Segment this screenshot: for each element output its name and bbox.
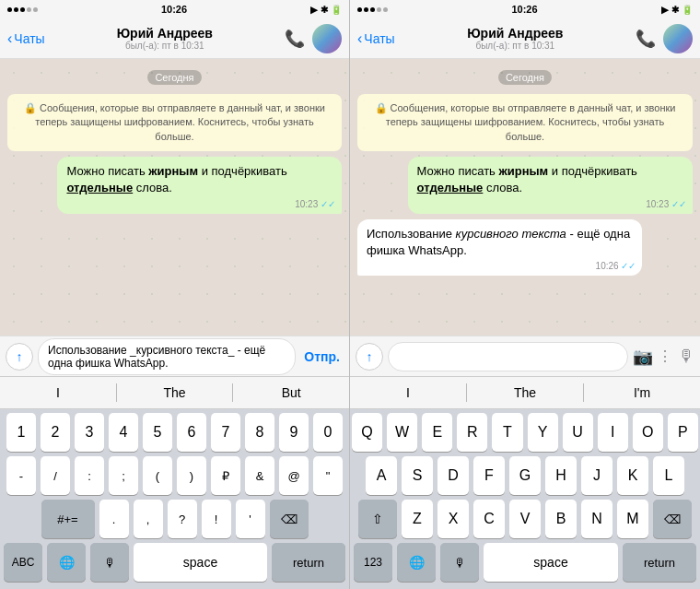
keyboard-left: I The But 1 2 3 4 5 6 7 8 9 0 - / <box>0 376 349 589</box>
phone-icon-left[interactable]: 📞 <box>285 29 305 49</box>
key-abc[interactable]: ABC <box>4 543 42 582</box>
key-quote[interactable]: " <box>313 456 343 495</box>
qkey-space[interactable]: space <box>484 543 618 582</box>
qkey-U[interactable]: U <box>563 413 593 452</box>
qkey-123[interactable]: 123 <box>354 543 392 582</box>
suggestion-The-left[interactable]: The <box>117 385 233 400</box>
qkey-M[interactable]: M <box>617 500 648 538</box>
contact-name-left: Юрий Андреев <box>45 26 285 41</box>
key-comma[interactable]: , <box>134 500 163 538</box>
input-field-right[interactable] <box>388 342 628 371</box>
avatar-right[interactable] <box>663 24 693 53</box>
contact-name-right: Юрий Андреев <box>395 26 636 41</box>
key-rparen[interactable]: ) <box>177 456 206 495</box>
msg-out-left: Можно писать жирным и подчёркивать отдел… <box>57 157 342 213</box>
phone-icon-right[interactable]: 📞 <box>636 29 656 49</box>
qkey-R[interactable]: R <box>457 413 487 452</box>
qkey-return[interactable]: return <box>623 543 696 582</box>
date-label-left: Сегодня <box>147 70 201 85</box>
qkey-E[interactable]: E <box>422 413 452 452</box>
key-0[interactable]: 0 <box>313 413 343 452</box>
qkey-H[interactable]: H <box>545 456 577 495</box>
qkey-delete[interactable]: ⌫ <box>653 500 692 538</box>
voice-btn-left[interactable]: ↑ <box>6 343 33 371</box>
chat-content-right: Сегодня 🔒 Сообщения, которые вы отправля… <box>357 66 693 276</box>
avatar-left[interactable] <box>312 24 342 53</box>
qkey-P[interactable]: P <box>668 413 698 452</box>
key-7[interactable]: 7 <box>211 413 240 452</box>
chat-header-left: ‹ Чаты Юрий Андреев был(-а): пт в 10:31 … <box>0 18 349 59</box>
mic-icon-right[interactable]: 🎙 <box>678 347 694 366</box>
key-mic-left[interactable]: 🎙 <box>90 543 129 582</box>
key-lparen[interactable]: ( <box>143 456 172 495</box>
qkey-X[interactable]: X <box>438 500 469 538</box>
qkey-mic[interactable]: 🎙 <box>440 543 479 582</box>
qkey-N[interactable]: N <box>581 500 612 538</box>
more-icon-right[interactable]: ⋮ <box>658 348 673 365</box>
qkey-shift[interactable]: ⇧ <box>358 500 397 538</box>
key-9[interactable]: 9 <box>279 413 309 452</box>
qkey-W[interactable]: W <box>387 413 417 452</box>
qkey-Q[interactable]: Q <box>352 413 382 452</box>
key-4[interactable]: 4 <box>109 413 138 452</box>
qkey-A[interactable]: A <box>366 456 397 495</box>
qkey-T[interactable]: T <box>492 413 522 452</box>
qkey-K[interactable]: K <box>617 456 648 495</box>
qkey-globe[interactable]: 🌐 <box>397 543 436 582</box>
time-left: 10:26 <box>161 4 187 15</box>
key-1[interactable]: 1 <box>6 413 36 452</box>
key-hash-left[interactable]: #+= <box>41 500 95 538</box>
key-return-left[interactable]: return <box>272 543 345 582</box>
suggestion-Im-right[interactable]: I'm <box>584 385 700 400</box>
key-3[interactable]: 3 <box>75 413 104 452</box>
input-field-left[interactable]: Использование _курсивного текста_ - ещё … <box>38 338 296 375</box>
qkey-B[interactable]: B <box>545 500 577 538</box>
qkey-I[interactable]: I <box>598 413 628 452</box>
qkey-Y[interactable]: Y <box>528 413 558 452</box>
qkey-Z[interactable]: Z <box>402 500 433 538</box>
status-bar-right: 10:26 ▶✱🔋 <box>350 0 700 18</box>
suggestion-But-left[interactable]: But <box>233 385 349 400</box>
qkey-L[interactable]: L <box>653 456 684 495</box>
qkey-C[interactable]: C <box>473 500 505 538</box>
key-globe-left[interactable]: 🌐 <box>47 543 86 582</box>
qkey-D[interactable]: D <box>438 456 469 495</box>
key-ruble[interactable]: ₽ <box>211 456 240 495</box>
key-dash[interactable]: - <box>6 456 36 495</box>
key-exclaim[interactable]: ! <box>202 500 231 538</box>
signal-left <box>7 7 38 12</box>
key-2[interactable]: 2 <box>41 413 70 452</box>
send-btn-left[interactable]: Отпр. <box>300 349 344 364</box>
back-button-right[interactable]: ‹ Чаты <box>357 30 395 47</box>
qkey-J[interactable]: J <box>581 456 612 495</box>
key-question[interactable]: ? <box>168 500 197 538</box>
key-5[interactable]: 5 <box>143 413 172 452</box>
qkey-S[interactable]: S <box>402 456 433 495</box>
qkey-V[interactable]: V <box>509 500 541 538</box>
system-msg-left[interactable]: 🔒 Сообщения, которые вы отправляете в да… <box>7 94 342 151</box>
suggestion-The-right[interactable]: The <box>467 385 583 400</box>
suggestion-I-left[interactable]: I <box>0 385 116 400</box>
status-bar-left: 10:26 ▶✱🔋 <box>0 0 349 18</box>
qkbd-row-1: Q W E R T Y U I O P <box>352 413 698 452</box>
key-delete-left[interactable]: ⌫ <box>270 500 309 538</box>
key-semicolon[interactable]: ; <box>109 456 138 495</box>
key-space-left[interactable]: space <box>134 543 267 582</box>
key-amp[interactable]: & <box>245 456 274 495</box>
qkey-O[interactable]: O <box>633 413 663 452</box>
voice-btn-right[interactable]: ↑ <box>356 343 383 371</box>
key-dot[interactable]: . <box>99 500 129 538</box>
camera-icon-right[interactable]: 📷 <box>633 347 653 367</box>
key-apos[interactable]: ' <box>236 500 265 538</box>
key-colon[interactable]: : <box>75 456 104 495</box>
key-slash[interactable]: / <box>41 456 70 495</box>
suggestion-I-right[interactable]: I <box>350 385 466 400</box>
system-msg-right[interactable]: 🔒 Сообщения, которые вы отправляете в да… <box>357 94 693 151</box>
status-icons-left: ▶✱🔋 <box>310 5 342 15</box>
qkey-F[interactable]: F <box>473 456 505 495</box>
key-6[interactable]: 6 <box>177 413 206 452</box>
qkey-G[interactable]: G <box>509 456 541 495</box>
back-button-left[interactable]: ‹ Чаты <box>7 30 45 47</box>
key-at[interactable]: @ <box>279 456 309 495</box>
key-8[interactable]: 8 <box>245 413 274 452</box>
